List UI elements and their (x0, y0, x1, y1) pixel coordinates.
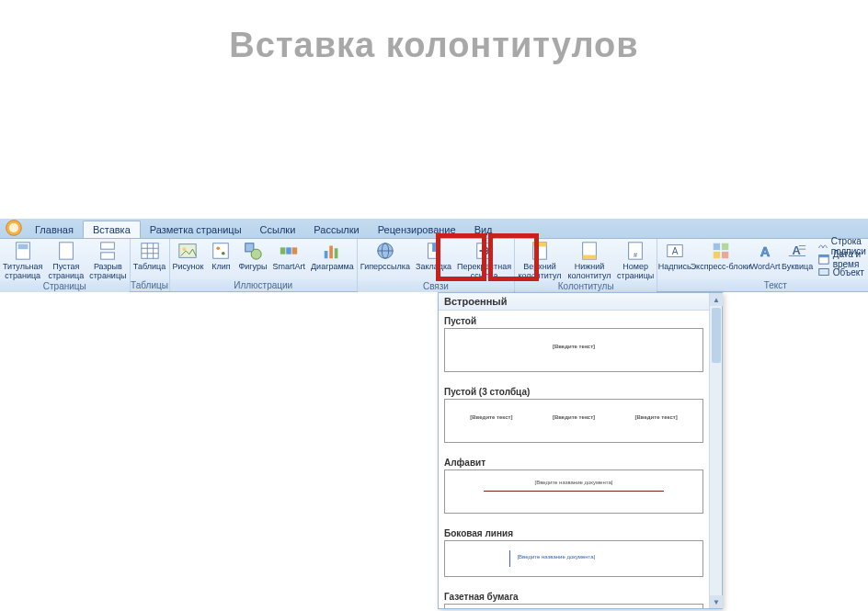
header-label: Верхний колонтитул (518, 262, 561, 280)
object-label: Объект (833, 267, 864, 277)
svg-rect-3 (17, 244, 28, 250)
tab-review[interactable]: Рецензирование (369, 221, 465, 238)
office-button[interactable] (2, 218, 26, 238)
gallery-item-alphabet[interactable]: Алфавит [Введите название документа] (439, 452, 709, 523)
wordart-button[interactable]: A WordArt (749, 239, 781, 279)
crossref-label: Перекрестная ссылка (457, 262, 511, 280)
dropcap-icon: A (787, 241, 807, 261)
page-break-icon (97, 241, 118, 261)
svg-rect-20 (287, 247, 292, 254)
shapes-button[interactable]: Фигуры (235, 239, 269, 279)
svg-rect-24 (335, 248, 338, 258)
group-tables: Таблица Таблицы (131, 239, 170, 291)
chart-icon (322, 241, 342, 261)
header-gallery-dropdown: Встроенный Пустой [Введите текст] Пустой… (438, 292, 723, 609)
gallery-scrollbar[interactable]: ▲ ▼ (709, 293, 722, 608)
page-break-button[interactable]: Разрыв страницы (86, 239, 129, 280)
textbox-icon: A (665, 241, 685, 261)
word-window: Главная Вставка Разметка страницы Ссылки… (0, 219, 868, 292)
object-button[interactable]: Объект (817, 266, 868, 278)
quickparts-icon (711, 241, 731, 261)
group-headerfooter: Верхний колонтитул Нижний колонтитул # Н… (515, 239, 657, 291)
quickparts-button[interactable]: Экспресс-блоки (691, 239, 749, 279)
table-label: Таблица (133, 262, 166, 271)
group-links: Гиперссылка Закладка Перекрестная ссылка… (358, 239, 515, 291)
picture-icon (177, 241, 198, 261)
cover-page-icon (13, 241, 33, 261)
preview-placeholder-1: [Введите текст] (470, 414, 512, 420)
tab-layout[interactable]: Разметка страницы (141, 221, 251, 238)
tab-insert[interactable]: Вставка (83, 221, 141, 238)
group-pages: Титульная страница Пустая страница Разры… (0, 239, 131, 291)
gallery-item-sideline[interactable]: Боковая линия [Введите название документ… (439, 523, 709, 586)
tab-view[interactable]: Вид (465, 221, 502, 238)
crossref-button[interactable]: Перекрестная ссылка (454, 239, 514, 280)
svg-rect-49 (819, 255, 828, 258)
slide-title: Вставка колонтитулов (0, 26, 868, 65)
group-pages-label: Страницы (0, 280, 130, 292)
gallery-item-empty3[interactable]: Пустой (3 столбца) [Введите текст] [Введ… (439, 381, 709, 452)
ribbon: Титульная страница Пустая страница Разры… (0, 239, 868, 292)
svg-rect-40 (722, 243, 728, 250)
svg-rect-50 (819, 269, 829, 276)
group-tables-label: Таблицы (131, 279, 169, 291)
scroll-down-arrow[interactable]: ▼ (710, 595, 723, 608)
picture-label: Рисунок (173, 262, 204, 271)
gallery-item-empty3-preview: [Введите текст] [Введите текст] [Введите… (444, 399, 703, 443)
scroll-up-arrow[interactable]: ▲ (710, 293, 723, 306)
smartart-icon (279, 241, 299, 261)
clip-button[interactable]: Клип (206, 239, 235, 279)
bookmark-button[interactable]: Закладка (413, 239, 454, 280)
wordart-icon: A (755, 241, 775, 261)
gallery-item-empty[interactable]: Пустой [Введите текст] (439, 311, 709, 381)
group-links-label: Связи (358, 280, 514, 292)
smartart-button[interactable]: SmartArt (270, 239, 309, 279)
page-break-label: Разрыв страницы (89, 262, 126, 280)
gallery-item-sideline-preview: [Введите название документа] (444, 540, 703, 577)
tab-refs[interactable]: Ссылки (251, 221, 305, 238)
svg-rect-34 (583, 255, 597, 260)
datetime-button[interactable]: Дата и время (817, 253, 868, 266)
gallery-item-newspaper[interactable]: Газетная бумага (439, 586, 709, 608)
textbox-button[interactable]: A Надпись (657, 239, 691, 279)
dropcap-label: Буквица (782, 262, 813, 271)
gallery-item-empty-preview: [Введите текст] (444, 328, 703, 372)
scroll-thumb[interactable] (712, 308, 721, 363)
tab-mail[interactable]: Рассылки (304, 221, 368, 238)
gallery-item-newspaper-preview (444, 604, 703, 608)
svg-rect-23 (330, 246, 334, 259)
ribbon-tabs: Главная Вставка Разметка страницы Ссылки… (0, 219, 868, 239)
smartart-label: SmartArt (273, 262, 306, 271)
picture-button[interactable]: Рисунок (170, 239, 207, 279)
svg-rect-7 (141, 243, 157, 259)
shapes-label: Фигуры (238, 262, 267, 271)
footer-icon (579, 241, 600, 261)
footer-button[interactable]: Нижний колонтитул (565, 239, 614, 280)
tab-home[interactable]: Главная (26, 221, 83, 238)
group-text: A Надпись Экспресс-блоки A WordArt A Бук… (657, 239, 868, 291)
preview-placeholder: [Введите название документа] (517, 554, 595, 560)
pagenum-icon: # (625, 241, 645, 261)
pagenum-button[interactable]: # Номер страницы (614, 239, 657, 280)
clip-icon (211, 241, 231, 261)
quickparts-label: Экспресс-блоки (691, 262, 751, 271)
chart-button[interactable]: Диаграмма (308, 239, 357, 279)
gallery-section-builtin: Встроенный (439, 293, 709, 311)
bookmark-icon (424, 241, 444, 261)
svg-rect-32 (533, 243, 547, 247)
blank-page-icon (56, 241, 76, 261)
header-button[interactable]: Верхний колонтитул (515, 239, 565, 280)
wordart-label: WordArt (750, 262, 781, 271)
table-icon (140, 241, 160, 261)
dropcap-button[interactable]: A Буквица (781, 239, 813, 279)
svg-point-15 (217, 246, 221, 250)
group-headerfooter-label: Колонтитулы (515, 280, 657, 292)
hyperlink-button[interactable]: Гиперссылка (358, 239, 413, 280)
cover-page-button[interactable]: Титульная страница (0, 239, 45, 280)
gallery-item-empty3-title: Пустой (3 столбца) (444, 387, 703, 397)
preview-placeholder-2: [Введите текст] (553, 414, 595, 420)
svg-rect-41 (713, 252, 719, 258)
table-button[interactable]: Таблица (131, 239, 169, 279)
blank-page-button[interactable]: Пустая страница (45, 239, 86, 280)
crossref-icon (474, 241, 495, 261)
